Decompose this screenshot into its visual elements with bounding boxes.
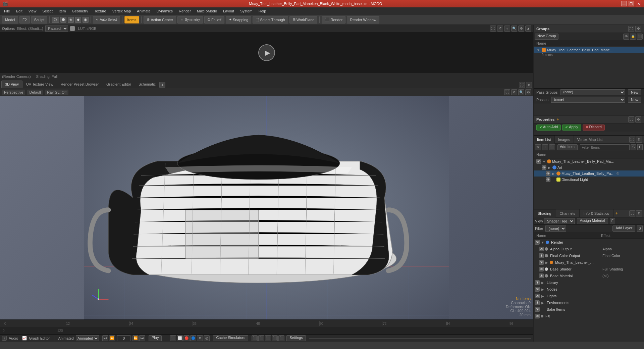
settings-button[interactable]: Settings [286, 335, 306, 341]
shading-expand[interactable]: ⛶ [629, 210, 635, 216]
menu-help[interactable]: Help [256, 8, 269, 14]
sh-row-finalcolor[interactable]: 👁 Final Color Output Final Color [534, 252, 644, 259]
discard-button[interactable]: ✕ Discard [583, 124, 605, 131]
sh-row-nodes[interactable]: 👁 ▶ Nodes [534, 286, 644, 293]
props-expand[interactable]: ⛶ [628, 116, 634, 122]
tab-vertex-map[interactable]: Vertex Map List [574, 136, 606, 144]
il-vis-icon[interactable]: 👁 [535, 144, 541, 150]
sh-vis-finalcolor[interactable]: 👁 [539, 253, 544, 258]
preview-ctrl-5[interactable]: ⚙ [518, 26, 524, 32]
expand-muay[interactable]: ▶ [545, 260, 549, 264]
filter-s-btn[interactable]: S [631, 144, 636, 150]
expand-lights[interactable]: ▶ [541, 294, 545, 298]
tool-icon-5[interactable]: ◉ [83, 17, 89, 23]
shading-add-icon[interactable]: + [613, 211, 620, 216]
restore-button[interactable]: ❐ [629, 1, 634, 6]
properties-add-icon[interactable]: + [556, 117, 559, 122]
falloff-button[interactable]: ⊙ Falloff [204, 16, 224, 23]
vis-btn-3[interactable]: 👁 [546, 177, 550, 182]
vp-ctrl-settings[interactable]: ⚙ [526, 82, 532, 88]
transport-start[interactable]: ⏮ [102, 335, 108, 341]
new-group-button[interactable]: New Group [535, 34, 558, 40]
tool-icon-2[interactable]: ⬢ [60, 17, 66, 23]
play-button[interactable] [258, 44, 275, 61]
sh-vis-fx[interactable]: 👁 [535, 314, 540, 318]
vis-btn-2[interactable]: 👁 [546, 171, 550, 176]
close-button[interactable]: ✕ [636, 1, 641, 6]
tool-icon-4[interactable]: ◆ [75, 17, 81, 23]
tab-render-preset[interactable]: Render Preset Browser [57, 81, 103, 88]
tab-channels[interactable]: Channels [555, 209, 579, 217]
audio-icon[interactable]: ♪ [2, 336, 7, 341]
menu-maxtomode[interactable]: MaxToModo [194, 8, 220, 14]
sh-row-render[interactable]: 👁 ▼ Render [534, 239, 644, 246]
menu-item[interactable]: Item [56, 8, 68, 14]
tab-gradient[interactable]: Gradient Editor [103, 81, 135, 88]
pb-ctrl-2[interactable]: ⬜ [177, 335, 183, 341]
preview-ctrl-6[interactable]: ▲ [525, 26, 531, 32]
vis-btn-0[interactable]: 👁 [536, 159, 541, 164]
props-settings[interactable]: ⚙ [635, 116, 641, 122]
menu-texture[interactable]: Texture [92, 8, 109, 14]
sh-row-bakeitems[interactable]: 👁 Bake Items [534, 306, 644, 313]
sh-row-basematerial[interactable]: 👁 Base Material (all) [534, 272, 644, 279]
vp-tool-1[interactable]: ⛶ [504, 89, 510, 95]
assign-f-shortcut[interactable]: F [610, 218, 615, 224]
perspective-label[interactable]: Perspective [2, 90, 25, 95]
sh-row-baseshader[interactable]: 👁 Base Shader Full Shading [534, 266, 644, 272]
menu-animate[interactable]: Animate [134, 8, 153, 14]
render-window-button[interactable]: Render Window [347, 16, 379, 23]
snapping-button[interactable]: ✦ Snapping [226, 16, 252, 23]
sh-vis-baseshader[interactable]: 👁 [539, 267, 544, 271]
vp-tool-2[interactable]: ↺ [511, 89, 517, 95]
cache-simulators-button[interactable]: Cache Simulators [213, 335, 248, 341]
expand-1[interactable]: ▶ [547, 165, 551, 169]
vp-tool-4[interactable]: ⚙ [525, 89, 531, 95]
il-layers-icon[interactable]: ⬛ [549, 144, 555, 150]
sh-row-lights[interactable]: 👁 ▶ Lights [534, 293, 644, 299]
pb-ctrl-3[interactable]: 🔴 [183, 335, 190, 341]
tab-shading[interactable]: Shading [534, 209, 555, 217]
auto-select-button[interactable]: ↖ Auto Select [93, 16, 120, 23]
pb-extra-5[interactable]: ⬛ [278, 335, 284, 341]
pass-groups-new-button[interactable]: New [628, 89, 641, 95]
preview-ctrl-2[interactable]: ↺ [497, 26, 503, 32]
sh-row-fx[interactable]: 👁 FX [534, 313, 644, 319]
raygl-label[interactable]: Ray GL: Off [45, 90, 68, 95]
mode-model-button[interactable]: Model [2, 16, 18, 23]
expand-bakeitems[interactable] [541, 307, 545, 311]
workplane-button[interactable]: ⊞ WorkPlane [289, 16, 318, 23]
menu-view[interactable]: View [26, 8, 39, 14]
animated-select[interactable]: Animated [76, 335, 99, 341]
item-tree-row-2[interactable]: 👁 ▶ Muay_Thai_Leather_Belly_Pad_Maneken_… [534, 170, 644, 177]
shader-tree-select[interactable]: Shader Tree [544, 218, 575, 224]
item-tree-row-1[interactable]: 👁 ▶ Art [534, 164, 644, 170]
sh-vis-environments[interactable]: 👁 [535, 300, 540, 305]
groups-settings[interactable]: ⚙ [635, 26, 641, 32]
groups-tool-2[interactable]: 🔒 [630, 34, 636, 40]
menu-vertex-map[interactable]: Vertex Map [110, 8, 134, 14]
item-tree-row-0[interactable]: 👁 ▼ Muay_Thai_Leather_Belly_Pad_Maneken_… [534, 158, 644, 164]
expand-library[interactable]: ▶ [541, 281, 545, 285]
render-button[interactable]: ⬛ Render [322, 16, 345, 23]
shading-settings[interactable]: ⚙ [636, 210, 642, 216]
menu-system[interactable]: System [237, 8, 255, 14]
preview-icon[interactable] [70, 26, 75, 31]
graph-editor-icon[interactable]: 📈 [22, 336, 27, 341]
sh-row-alpha[interactable]: 👁 Alpha Output Alpha [534, 246, 644, 252]
frame-input[interactable]: 0 [117, 335, 130, 341]
select-through-button[interactable]: ⬚ Select Through [253, 16, 288, 23]
tab-info-stats[interactable]: Info & Statistics [580, 209, 613, 217]
pb-extra-4[interactable]: ⬛ [272, 335, 278, 341]
tab-add-button[interactable]: + [159, 82, 165, 88]
paused-select[interactable]: Paused [45, 26, 68, 32]
transport-prev[interactable]: ⏪ [109, 335, 115, 341]
viewport-content[interactable]: No Items Channels: 0 Deformers: ON GL: 4… [0, 96, 533, 319]
expand-2[interactable]: ▶ [551, 171, 555, 176]
sh-vis-library[interactable]: 👁 [535, 280, 540, 285]
menu-select[interactable]: Select [40, 8, 55, 14]
sh-vis-nodes[interactable]: 👁 [535, 287, 540, 292]
menu-geometry[interactable]: Geometry [69, 8, 91, 14]
tab-images[interactable]: Images [555, 136, 574, 144]
pb-ctrl-1[interactable]: ⬛ [170, 335, 176, 341]
